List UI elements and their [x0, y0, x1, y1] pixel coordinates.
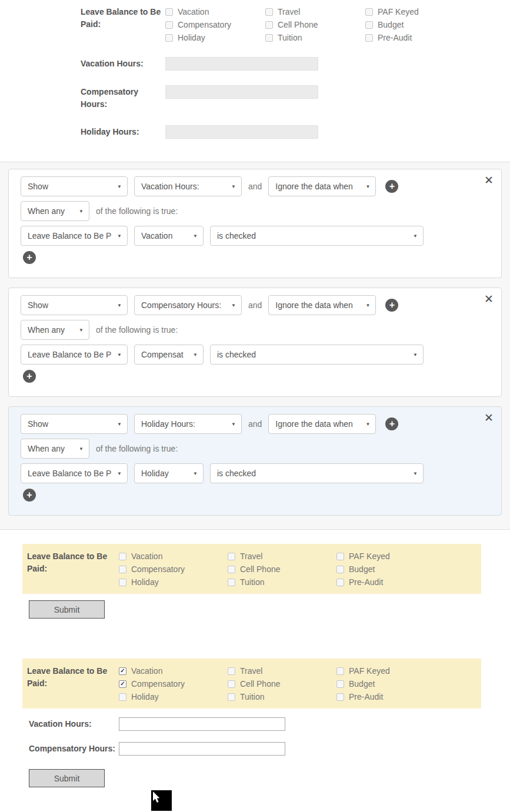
- checkbox-icon[interactable]: [228, 553, 235, 560]
- checkbox-icon[interactable]: [119, 553, 126, 560]
- checkbox-tuition[interactable]: Tuition: [228, 576, 336, 589]
- add-condition-button[interactable]: +: [23, 489, 36, 502]
- data-handling-select[interactable]: Ignore the data when▼: [268, 414, 376, 434]
- checkbox-icon[interactable]: [119, 579, 126, 586]
- condition-operator-select[interactable]: is checked▼: [210, 226, 424, 246]
- checkbox-icon[interactable]: [265, 21, 273, 29]
- checkbox-tuition[interactable]: Tuition: [265, 31, 365, 44]
- checkbox-compensatory[interactable]: Compensatory: [165, 18, 265, 31]
- checkbox-icon[interactable]: [365, 8, 373, 16]
- checkbox-icon[interactable]: [336, 667, 344, 675]
- checkbox-label: Cell Phone: [240, 564, 281, 574]
- close-icon[interactable]: ✕: [484, 293, 494, 305]
- checkbox-checked-icon[interactable]: ✓: [119, 667, 126, 675]
- action-select[interactable]: Show▼: [21, 176, 128, 196]
- checkbox-icon[interactable]: [265, 8, 273, 16]
- compensatory-hours-input[interactable]: [119, 742, 285, 756]
- checkbox-holiday[interactable]: Holiday: [165, 31, 265, 44]
- checkbox-budget[interactable]: Budget: [336, 677, 445, 690]
- rule-panel-holiday: ✕ Show▼ Holiday Hours:▼ and Ignore the d…: [8, 406, 502, 516]
- checkbox-holiday[interactable]: Holiday: [119, 690, 228, 703]
- checkbox-icon[interactable]: [228, 693, 235, 701]
- checkbox-label: Budget: [349, 564, 375, 574]
- checkbox-travel[interactable]: Travel: [228, 550, 336, 563]
- checkbox-icon[interactable]: [119, 693, 126, 701]
- add-action-button[interactable]: +: [385, 417, 398, 430]
- condition-field-select[interactable]: Leave Balance to Be P▼: [21, 226, 128, 246]
- chevron-down-icon: ▼: [231, 303, 236, 308]
- checkbox-vacation[interactable]: Vacation: [165, 5, 265, 18]
- match-type-select[interactable]: When any▼: [21, 201, 89, 221]
- checkbox-icon[interactable]: [336, 566, 344, 573]
- data-handling-select[interactable]: Ignore the data when▼: [268, 176, 376, 196]
- add-action-button[interactable]: +: [385, 180, 398, 193]
- checkbox-icon[interactable]: [336, 680, 344, 688]
- checkbox-budget[interactable]: Budget: [336, 563, 445, 576]
- close-icon[interactable]: ✕: [484, 175, 494, 186]
- checkbox-icon[interactable]: [336, 693, 344, 701]
- checkbox-icon[interactable]: [228, 680, 235, 688]
- checkbox-checked-icon[interactable]: ✓: [119, 680, 126, 688]
- checkbox-icon[interactable]: [165, 34, 173, 42]
- submit-button[interactable]: Submit: [29, 769, 105, 787]
- checkbox-label: Holiday: [178, 33, 205, 42]
- match-type-select[interactable]: When any▼: [21, 320, 89, 340]
- condition-value-select[interactable]: Compensat▼: [134, 345, 204, 365]
- checkbox-compensatory[interactable]: ✓Compensatory: [119, 677, 228, 690]
- submit-button[interactable]: Submit: [29, 600, 105, 619]
- action-select[interactable]: Show▼: [21, 414, 128, 434]
- condition-value-select[interactable]: Vacation▼: [134, 226, 204, 246]
- checkbox-cell-phone[interactable]: Cell Phone: [228, 677, 336, 690]
- checkbox-icon[interactable]: [336, 553, 344, 560]
- chevron-down-icon: ▼: [79, 446, 84, 452]
- checkbox-icon[interactable]: [165, 21, 173, 29]
- checkbox-compensatory[interactable]: Compensatory: [119, 563, 228, 576]
- condition-operator-select[interactable]: is checked▼: [210, 345, 424, 365]
- checkbox-pre-audit[interactable]: Pre-Audit: [336, 690, 445, 703]
- data-handling-select[interactable]: Ignore the data when▼: [268, 295, 376, 315]
- checkbox-paf-keyed[interactable]: PAF Keyed: [336, 550, 445, 563]
- checkbox-pre-audit[interactable]: Pre-Audit: [365, 31, 465, 44]
- compensatory-hours-label: Compensatory Hours:: [81, 85, 165, 111]
- checkbox-vacation[interactable]: Vacation: [119, 550, 228, 563]
- checkbox-pre-audit[interactable]: Pre-Audit: [336, 576, 445, 589]
- checkbox-label: Pre-Audit: [349, 577, 383, 587]
- checkbox-tuition[interactable]: Tuition: [228, 690, 336, 703]
- condition-operator-select[interactable]: is checked▼: [210, 463, 424, 483]
- checkbox-icon[interactable]: [265, 34, 273, 42]
- target-field-select[interactable]: Holiday Hours:▼: [134, 414, 242, 434]
- form-preview-checked: Leave Balance to Be Paid: ✓Vacation ✓Com…: [22, 659, 481, 709]
- condition-field-select[interactable]: Leave Balance to Be P▼: [21, 463, 128, 483]
- condition-field-select[interactable]: Leave Balance to Be P▼: [21, 345, 128, 365]
- checkbox-paf-keyed[interactable]: PAF Keyed: [336, 664, 445, 677]
- vacation-hours-input[interactable]: [119, 717, 285, 731]
- checkbox-icon[interactable]: [365, 21, 373, 29]
- checkbox-cell-phone[interactable]: Cell Phone: [228, 563, 336, 576]
- checkbox-label: PAF Keyed: [378, 7, 419, 16]
- checkbox-cell-phone[interactable]: Cell Phone: [265, 18, 365, 31]
- chevron-down-icon: ▼: [117, 184, 122, 189]
- close-icon[interactable]: ✕: [484, 412, 494, 423]
- checkbox-icon[interactable]: [365, 34, 373, 42]
- action-select[interactable]: Show▼: [21, 295, 128, 315]
- add-condition-button[interactable]: +: [23, 251, 36, 264]
- checkbox-icon[interactable]: [228, 667, 235, 675]
- add-condition-button[interactable]: +: [23, 370, 36, 383]
- checkbox-icon[interactable]: [165, 8, 173, 16]
- target-field-select[interactable]: Vacation Hours:▼: [134, 176, 242, 196]
- checkbox-budget[interactable]: Budget: [365, 18, 465, 31]
- checkbox-icon[interactable]: [336, 579, 344, 586]
- condition-value-select[interactable]: Holiday▼: [134, 463, 204, 483]
- checkbox-label: Tuition: [240, 577, 265, 587]
- checkbox-icon[interactable]: [228, 579, 235, 586]
- checkbox-icon[interactable]: [228, 566, 235, 573]
- match-type-select[interactable]: When any▼: [21, 439, 89, 459]
- checkbox-holiday[interactable]: Holiday: [119, 576, 228, 589]
- checkbox-icon[interactable]: [119, 566, 126, 573]
- checkbox-travel[interactable]: Travel: [228, 664, 336, 677]
- checkbox-travel[interactable]: Travel: [265, 5, 365, 18]
- checkbox-vacation[interactable]: ✓Vacation: [119, 664, 228, 677]
- target-field-select[interactable]: Compensatory Hours:▼: [134, 295, 242, 315]
- add-action-button[interactable]: +: [385, 299, 398, 312]
- checkbox-paf-keyed[interactable]: PAF Keyed: [365, 5, 465, 18]
